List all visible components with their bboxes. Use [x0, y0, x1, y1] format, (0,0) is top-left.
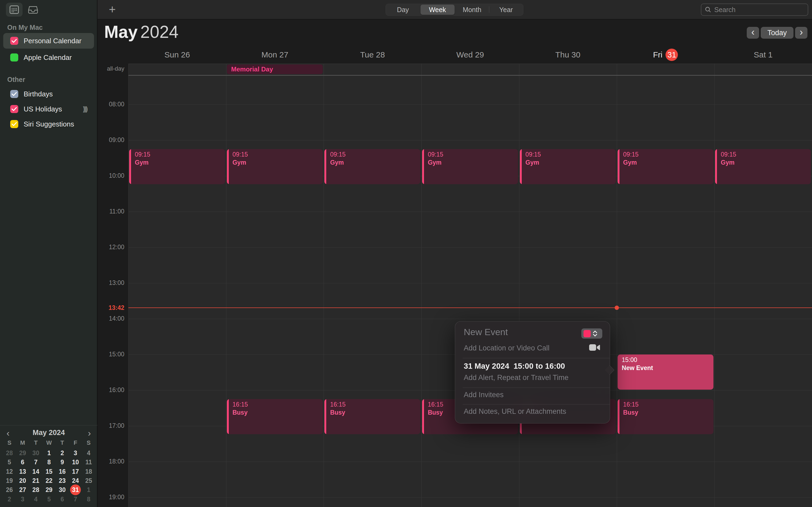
- mini-day[interactable]: 22: [43, 476, 55, 485]
- mini-day[interactable]: 8: [43, 458, 55, 467]
- checkbox-birthdays[interactable]: [10, 90, 18, 98]
- mini-day[interactable]: 7: [69, 495, 81, 504]
- checkbox-apple-calendar[interactable]: [10, 53, 18, 61]
- event-notes-input[interactable]: Add Notes, URL or Attachments: [464, 407, 601, 416]
- day-header-2: Tue 28: [360, 49, 385, 60]
- event-gym[interactable]: 09:15Gym: [715, 149, 811, 184]
- mini-day[interactable]: 13: [17, 467, 28, 476]
- mini-day[interactable]: 23: [56, 476, 68, 485]
- checkbox-siri-suggestions[interactable]: [10, 120, 18, 128]
- tab-day[interactable]: Day: [386, 4, 420, 15]
- mini-day[interactable]: 19: [3, 476, 15, 485]
- mini-day[interactable]: 3: [69, 448, 81, 458]
- mini-day[interactable]: 29: [17, 448, 28, 458]
- mini-day[interactable]: 10: [69, 458, 81, 467]
- event-busy[interactable]: 16:15Busy: [227, 399, 323, 434]
- mini-prev-button[interactable]: ‹: [3, 429, 13, 438]
- mini-day[interactable]: 27: [17, 485, 28, 494]
- all-day-divider: [128, 75, 812, 76]
- mini-day[interactable]: 14: [30, 467, 42, 476]
- event-text: 16:15Busy: [330, 401, 419, 416]
- mini-day[interactable]: 5: [3, 458, 15, 467]
- mini-day[interactable]: 30: [56, 485, 68, 494]
- calendar-color-dropdown[interactable]: [581, 328, 602, 339]
- mini-day[interactable]: 4: [30, 495, 42, 504]
- mini-day[interactable]: 6: [17, 458, 28, 467]
- hour-gridline: [128, 212, 812, 212]
- mini-day[interactable]: 6: [56, 495, 68, 504]
- event-gym[interactable]: 09:15Gym: [422, 149, 518, 184]
- mini-day[interactable]: 17: [69, 467, 81, 476]
- mini-next-button[interactable]: ›: [84, 429, 95, 438]
- time-label: 13:00: [100, 279, 124, 287]
- event-gym[interactable]: 09:15Gym: [520, 149, 616, 184]
- mini-day-today[interactable]: 31: [69, 485, 81, 494]
- calendar-view-icon[interactable]: [6, 3, 22, 17]
- mini-day[interactable]: 28: [30, 485, 42, 494]
- event-busy[interactable]: 16:15Busy: [325, 399, 420, 434]
- mini-day[interactable]: 4: [83, 448, 95, 458]
- today-button[interactable]: Today: [761, 27, 794, 39]
- mini-day[interactable]: 9: [56, 458, 68, 467]
- event-location-input[interactable]: Add Location or Video Call: [464, 344, 601, 352]
- mini-day[interactable]: 29: [43, 485, 55, 494]
- mini-day[interactable]: 12: [3, 467, 15, 476]
- mini-day[interactable]: 3: [17, 495, 28, 504]
- event-text: 15:00New Event: [622, 356, 712, 372]
- event-busy[interactable]: 16:15Busy: [618, 399, 713, 434]
- sidebar-item-birthdays[interactable]: Birthdays: [3, 86, 94, 102]
- event-color-bar: [325, 399, 326, 434]
- mini-day[interactable]: 5: [43, 495, 55, 504]
- all-day-event[interactable]: Memorial Day: [227, 64, 323, 74]
- event-gym[interactable]: 09:15Gym: [129, 149, 225, 184]
- tab-month[interactable]: Month: [455, 4, 489, 15]
- event-gym[interactable]: 09:15Gym: [618, 149, 713, 184]
- add-event-button[interactable]: +: [106, 3, 119, 16]
- mini-day[interactable]: 18: [83, 467, 95, 476]
- checkbox-us-holidays[interactable]: [10, 105, 18, 113]
- video-call-icon[interactable]: [588, 343, 601, 352]
- sidebar-item-personal-calendar[interactable]: Personal Calendar: [3, 33, 94, 49]
- event-text: 09:15Gym: [525, 151, 614, 166]
- sidebar-item-apple-calendar[interactable]: Apple Calendar: [3, 50, 94, 65]
- mini-calendar: ‹ May 2024 › SMTWTFS 2829301234567891011…: [0, 425, 98, 507]
- event-new-event[interactable]: 15:00New Event: [618, 354, 713, 390]
- mini-day[interactable]: 21: [30, 476, 42, 485]
- event-datetime[interactable]: 31 May 2024 15:00 to 16:00: [464, 362, 601, 371]
- event-alert-input[interactable]: Add Alert, Repeat or Travel Time: [464, 374, 601, 382]
- event-gym[interactable]: 09:15Gym: [227, 149, 323, 184]
- mini-day[interactable]: 11: [83, 458, 95, 467]
- mini-day[interactable]: 1: [43, 448, 55, 458]
- popover-divider: [463, 404, 610, 404]
- event-invitees-input[interactable]: Add Invitees: [464, 391, 601, 399]
- event-title-input[interactable]: New Event: [464, 327, 601, 337]
- mini-day[interactable]: 16: [56, 467, 68, 476]
- mini-day[interactable]: 26: [3, 485, 15, 494]
- sidebar-item-us-holidays[interactable]: US Holidays))): [3, 101, 94, 117]
- mini-day[interactable]: 30: [30, 448, 42, 458]
- sidebar-item-siri-suggestions[interactable]: Siri Suggestions: [3, 116, 94, 132]
- calendar-window: On My MacPersonal CalendarApple Calendar…: [0, 0, 812, 507]
- mini-weekday-label: T: [30, 439, 42, 446]
- checkbox-personal-calendar[interactable]: [10, 37, 18, 45]
- prev-week-button[interactable]: ‹: [747, 27, 759, 39]
- search-input[interactable]: [714, 6, 800, 14]
- mini-day[interactable]: 7: [30, 458, 42, 467]
- mini-day[interactable]: 28: [3, 448, 15, 458]
- mini-day[interactable]: 24: [69, 476, 81, 485]
- mini-day[interactable]: 25: [83, 476, 95, 485]
- mini-day[interactable]: 1: [83, 485, 95, 494]
- hour-gridline: [128, 140, 812, 140]
- search-field[interactable]: [701, 3, 808, 16]
- mini-day[interactable]: 2: [3, 495, 15, 504]
- mini-day[interactable]: 15: [43, 467, 55, 476]
- next-week-button[interactable]: ›: [795, 27, 807, 39]
- inbox-icon[interactable]: [25, 3, 41, 17]
- mini-day[interactable]: 2: [56, 448, 68, 458]
- mini-day[interactable]: 20: [17, 476, 28, 485]
- tab-year[interactable]: Year: [489, 4, 523, 15]
- tab-week[interactable]: Week: [420, 5, 455, 15]
- event-gym[interactable]: 09:15Gym: [325, 149, 420, 184]
- week-grid[interactable]: [128, 64, 812, 507]
- mini-day[interactable]: 8: [83, 495, 95, 504]
